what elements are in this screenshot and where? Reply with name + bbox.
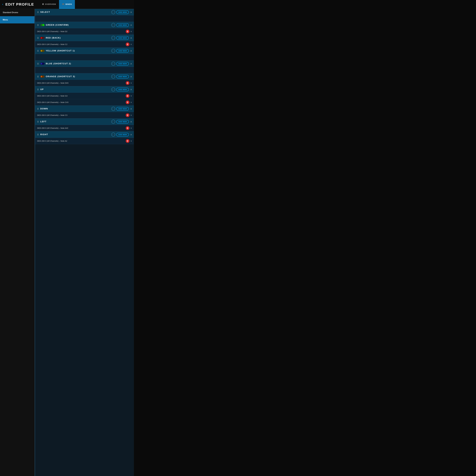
expand-button[interactable]: ∨ [130,140,132,142]
options-button-left[interactable]: ⋮⋮ [111,120,115,124]
binding-text: DED-200 0 (All Channels) – Note C3 [37,114,126,116]
lines-icon: ☰ [37,50,39,52]
collapse-button-down[interactable]: ∧ [130,107,132,110]
section-header-left: ☰LEFT⋮⋮ADD NEW∧ [35,119,134,125]
sidebar-standard-drums-label: Standard Drums [3,11,18,14]
binding-text: DED-200 0 (All Channels) – Note G3 [37,95,126,97]
options-button-orange-shortcut3[interactable]: ⋮⋮ [111,75,115,79]
tab-binds[interactable]: 🎮 BINDS [59,0,75,9]
page-title: EDIT PROFILE [5,2,39,6]
empty-row-blue-shortcut2 [35,67,134,73]
collapse-button-yellow-shortcut1[interactable]: ∧ [130,50,132,52]
main-layout: Standard Drums Menu ☰SELECT⋮⋮ADD NEW∧☰GR… [0,9,134,476]
toggle-yellow-shortcut1[interactable] [40,50,44,52]
empty-row-yellow-shortcut1 [35,54,134,60]
expand-button[interactable]: ∨ [130,114,132,116]
expand-button[interactable]: ∨ [130,30,132,33]
add-new-button-up[interactable]: ADD NEW [116,88,129,91]
sidebar-item-standard-drums[interactable]: Standard Drums [0,9,35,16]
section-title-green-confirm: GREEN (CONFIRM) [46,24,111,26]
toggle-red-back[interactable] [40,37,44,39]
binding-row: DED-200 0 (All Channels) – Note A2🗑∨ [35,138,134,144]
collapse-button-orange-shortcut3[interactable]: ∧ [130,75,132,78]
collapse-button-up[interactable]: ∧ [130,88,132,91]
collapse-button-blue-shortcut2[interactable]: ∧ [130,62,132,65]
toggle-blue-shortcut2[interactable] [40,63,44,65]
expand-button[interactable]: ∨ [130,101,132,103]
add-new-button-left[interactable]: ADD NEW [116,120,129,123]
binding-text: DED-200 0 (All Channels) – Note C2 [37,43,126,45]
section-header-orange-shortcut3: ☰ORANGE (SHORTCUT 3)⋮⋮ADD NEW∧ [35,73,134,80]
section-green-confirm: ☰GREEN (CONFIRM)⋮⋮ADD NEW∧DED-200 0 (All… [35,22,134,35]
add-new-button-green-confirm[interactable]: ADD NEW [116,23,129,27]
collapse-button-red-back[interactable]: ∧ [130,36,132,39]
toggle-orange-shortcut3[interactable] [40,75,44,78]
expand-button[interactable]: ∨ [130,127,132,129]
collapse-button-right[interactable]: ∧ [130,133,132,136]
section-red-back: ☰RED (BACK)⋮⋮ADD NEW∧DED-200 0 (All Chan… [35,35,134,48]
lines-icon: ☰ [37,120,39,123]
add-new-button-down[interactable]: ADD NEW [116,107,129,111]
lines-icon: ☰ [37,63,39,65]
section-header-green-confirm: ☰GREEN (CONFIRM)⋮⋮ADD NEW∧ [35,22,134,28]
delete-button[interactable]: 🗑 [126,101,129,104]
back-button[interactable]: ‹ [0,3,5,6]
tab-overview[interactable]: 🖥 OVERVIEW [39,0,59,9]
collapse-button-select[interactable]: ∧ [130,11,132,14]
delete-button[interactable]: 🗑 [126,30,129,33]
lines-icon: ☰ [37,108,39,110]
tab-binds-label: BINDS [66,3,72,5]
section-actions-green-confirm: ⋮⋮ADD NEW∧ [111,23,132,27]
section-title-right: RIGHT [40,133,111,136]
binding-row: DED-200 0 (All Channels) – Note C3🗑∨ [35,112,134,119]
section-title-select: SELECT [40,11,111,13]
section-title-blue-shortcut2: BLUE (SHORTCUT 2) [46,62,111,65]
expand-button[interactable]: ∨ [130,43,132,46]
options-button-down[interactable]: ⋮⋮ [111,107,115,111]
section-title-orange-shortcut3: ORANGE (SHORTCUT 3) [46,75,111,78]
add-new-button-orange-shortcut3[interactable]: ADD NEW [116,75,129,78]
options-button-blue-shortcut2[interactable]: ⋮⋮ [111,62,115,66]
section-header-select: ☰SELECT⋮⋮ADD NEW∧ [35,9,134,15]
toggle-green-confirm[interactable] [40,24,44,26]
add-new-button-red-back[interactable]: ADD NEW [116,36,129,40]
section-actions-red-back: ⋮⋮ADD NEW∧ [111,36,132,40]
section-header-yellow-shortcut1: ☰YELLOW (SHORTCUT 1)⋮⋮ADD NEW∧ [35,48,134,54]
section-actions-yellow-shortcut1: ⋮⋮ADD NEW∧ [111,49,132,53]
options-button-up[interactable]: ⋮⋮ [111,87,115,91]
options-button-green-confirm[interactable]: ⋮⋮ [111,23,115,27]
collapse-button-green-confirm[interactable]: ∧ [130,24,132,26]
delete-button[interactable]: 🗑 [126,94,129,98]
section-right: ☰RIGHT⋮⋮ADD NEW∧DED-200 0 (All Channels)… [35,131,134,144]
section-header-red-back: ☰RED (BACK)⋮⋮ADD NEW∧ [35,35,134,41]
binding-text: DED-200 0 (All Channels) – Note A#2 [37,127,126,129]
section-header-right: ☰RIGHT⋮⋮ADD NEW∧ [35,131,134,138]
delete-button[interactable]: 🗑 [126,126,129,130]
options-button-red-back[interactable]: ⋮⋮ [111,36,115,40]
lines-icon: ☰ [37,37,39,39]
delete-button[interactable]: 🗑 [126,113,129,117]
binding-text: DED-200 0 (All Channels) – Note C#3 [37,101,126,103]
section-header-blue-shortcut2: ☰BLUE (SHORTCUT 2)⋮⋮ADD NEW∧ [35,60,134,67]
add-new-button-yellow-shortcut1[interactable]: ADD NEW [116,49,129,53]
delete-button[interactable]: 🗑 [126,81,129,85]
delete-button[interactable]: 🗑 [126,42,129,46]
binding-row: DED-200 0 (All Channels) – Note A#2🗑∨ [35,125,134,131]
options-button-right[interactable]: ⋮⋮ [111,133,115,136]
sidebar-item-menu[interactable]: Menu [0,16,35,24]
options-button-select[interactable]: ⋮⋮ [111,10,115,14]
collapse-button-left[interactable]: ∧ [130,120,132,123]
section-down: ☰DOWN⋮⋮ADD NEW∧DED-200 0 (All Channels) … [35,105,134,119]
delete-button[interactable]: 🗑 [126,139,129,143]
options-button-yellow-shortcut1[interactable]: ⋮⋮ [111,49,115,53]
add-new-button-blue-shortcut2[interactable]: ADD NEW [116,62,129,66]
binding-text: DED-200 0 (All Channels) – Note D#3 [37,82,126,84]
section-header-up: ☰UP⋮⋮ADD NEW∧ [35,86,134,93]
binding-row: DED-200 0 (All Channels) – Note C2🗑∨ [35,41,134,48]
expand-button[interactable]: ∨ [130,82,132,84]
section-left: ☰LEFT⋮⋮ADD NEW∧DED-200 0 (All Channels) … [35,119,134,131]
add-new-button-right[interactable]: ADD NEW [116,133,129,136]
expand-button[interactable]: ∨ [130,95,132,97]
section-actions-right: ⋮⋮ADD NEW∧ [111,133,132,136]
add-new-button-select[interactable]: ADD NEW [116,10,129,14]
